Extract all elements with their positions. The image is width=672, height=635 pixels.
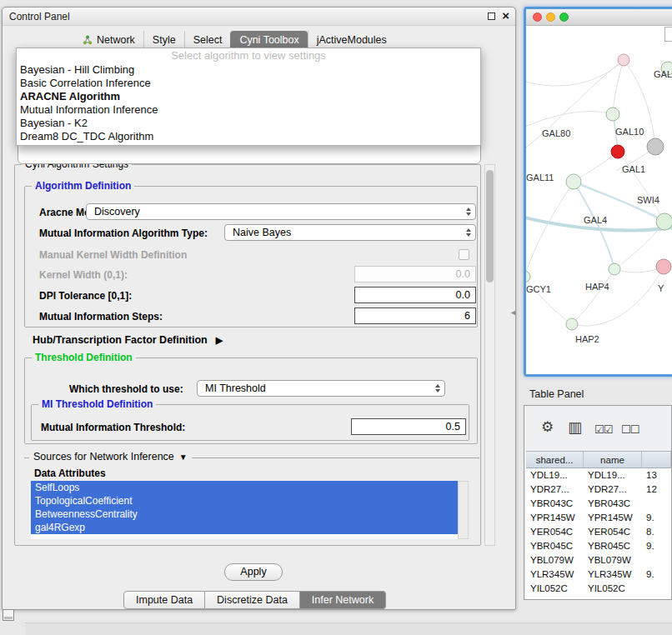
aracne-mode-select[interactable]: Discovery xyxy=(86,203,476,220)
table-cell: YDL19... xyxy=(526,468,584,482)
docked-panel-icon-bar xyxy=(4,617,13,619)
graph-node-label: SWI4 xyxy=(637,195,659,205)
column-header-3[interactable] xyxy=(642,452,671,468)
algorithm-option[interactable]: Bayesian - K2 xyxy=(17,117,480,130)
graph-edge[interactable] xyxy=(618,152,664,222)
graph-edge[interactable] xyxy=(572,269,614,324)
network-view-content: GAL8GAL80GAL10GAL11GAL1SWI4GAL4GCY1HAP4Y… xyxy=(526,27,672,374)
attribute-item[interactable]: TopologicalCoefficient xyxy=(31,494,458,508)
attribute-item[interactable]: SelfLoops xyxy=(31,481,458,494)
table-cell: YDR27... xyxy=(526,482,584,497)
network-canvas[interactable]: GAL8GAL80GAL10GAL11GAL1SWI4GAL4GCY1HAP4Y… xyxy=(526,27,672,377)
docked-panel-icon[interactable] xyxy=(3,609,14,621)
column-visibility-icon[interactable]: ▥ xyxy=(568,419,582,436)
mi-type-select[interactable]: Naive Bayes xyxy=(224,224,476,241)
window-title: Control Panel xyxy=(9,11,70,22)
mi-steps-field[interactable]: 6 xyxy=(354,308,476,324)
zoom-button[interactable] xyxy=(559,12,569,22)
graph-node[interactable] xyxy=(609,263,620,275)
mi-type-value: Naive Bayes xyxy=(233,227,291,238)
algorithm-option[interactable]: Basic Correlation Inference xyxy=(17,77,480,90)
graph-edge[interactable] xyxy=(572,267,664,326)
graph-node-label: GAL10 xyxy=(615,127,644,137)
table-row[interactable]: YBL079WYBL079W xyxy=(526,553,671,568)
kernel-width-field[interactable]: 0.0 xyxy=(354,266,476,282)
table-row[interactable]: YBR045CYBR045C9. xyxy=(526,539,671,553)
graph-node[interactable] xyxy=(611,145,624,158)
algorithm-option[interactable]: Mutual Information Inference xyxy=(17,103,480,117)
table-row[interactable]: YDR27...YDR27...12 xyxy=(526,482,671,497)
aracne-mode-value: Discovery xyxy=(94,206,140,218)
settings-gear-icon[interactable]: ⚙ xyxy=(541,419,554,436)
table-cell: YER054C xyxy=(584,525,642,539)
apply-button[interactable]: Apply xyxy=(224,563,283,581)
graph-node[interactable] xyxy=(647,138,664,155)
table-row[interactable]: YIL052CYIL052C xyxy=(526,582,671,596)
tab-select[interactable]: Select xyxy=(184,31,231,49)
graph-node[interactable] xyxy=(606,108,619,121)
table-row[interactable]: YER054CYER054C8. xyxy=(526,525,671,539)
tab-cyni-toolbox[interactable]: Cyni Toolbox xyxy=(230,31,307,49)
table-row[interactable]: YPR145WYPR145W9. xyxy=(526,511,671,525)
network-scrollbar[interactable] xyxy=(664,27,672,42)
bottom-tab-discretize-data[interactable]: Discretize Data xyxy=(205,591,300,609)
tab-label: Network xyxy=(97,31,135,49)
table-header: shared...name xyxy=(526,451,671,468)
settings-scrollbar[interactable] xyxy=(484,164,495,546)
graph-node[interactable] xyxy=(526,271,530,282)
mi-type-label: Mutual Information Algorithm Type: xyxy=(39,227,208,240)
table-row[interactable]: YDL19...YDL19...13 xyxy=(526,468,671,482)
graph-node[interactable] xyxy=(566,318,578,330)
minimize-button[interactable] xyxy=(546,12,555,22)
mi-steps-label: Mutual Information Steps: xyxy=(39,310,163,323)
close-button[interactable] xyxy=(533,12,542,22)
splitter-handle[interactable]: ◄ xyxy=(509,308,517,317)
graph-node-label: GAL80 xyxy=(542,128,570,138)
table-cell: 9. xyxy=(642,568,671,582)
table-row[interactable]: YLR345WYLR345W9. xyxy=(526,568,671,582)
algorithm-option[interactable]: Dream8 DC_TDC Algorithm xyxy=(17,130,480,143)
combo-arrows-icon xyxy=(466,208,471,216)
graph-node[interactable] xyxy=(566,174,581,189)
hub-definition-expander[interactable]: Hub/Transcription Factor Definition▶ xyxy=(33,334,223,346)
column-header-1[interactable]: shared... xyxy=(526,452,584,468)
graph-node-label: GAL11 xyxy=(526,172,554,182)
attribute-item[interactable]: gal4RGexp xyxy=(31,521,458,534)
algorithm-option[interactable]: ARACNE Algorithm xyxy=(17,90,480,103)
graph-edge[interactable] xyxy=(574,152,618,182)
bottom-tab-impute-data[interactable]: Impute Data xyxy=(123,591,205,609)
graph-node[interactable] xyxy=(656,259,671,274)
mi-threshold-field[interactable]: 0.5 xyxy=(351,418,466,435)
tab-network[interactable]: Network xyxy=(74,31,143,49)
algorithm-option[interactable]: Bayesian - Hill Climbing xyxy=(17,63,480,77)
table-cell xyxy=(642,497,671,511)
graph-edge[interactable] xyxy=(526,55,628,86)
close-icon[interactable]: × xyxy=(502,8,509,22)
tab-style[interactable]: Style xyxy=(143,31,184,49)
manual-kernel-checkbox[interactable] xyxy=(459,249,469,260)
attribute-item[interactable]: BetweennessCentrality xyxy=(31,508,458,521)
table-row[interactable]: YBR043CYBR043C xyxy=(526,497,671,511)
column-header-2[interactable]: name xyxy=(584,452,642,468)
dpi-tolerance-field[interactable]: 0.0 xyxy=(354,287,476,303)
which-threshold-select[interactable]: MI Threshold xyxy=(197,380,445,397)
graph-node[interactable] xyxy=(618,54,629,66)
network-icon xyxy=(83,35,93,45)
graph-edge[interactable] xyxy=(526,60,624,152)
tab-jactivemodules[interactable]: jActiveModules xyxy=(308,31,395,49)
algorithm-definition-title: Algorithm Definition xyxy=(32,180,134,192)
graph-node[interactable] xyxy=(656,213,672,230)
graph-edge[interactable] xyxy=(526,182,574,277)
scrollbar-thumb[interactable] xyxy=(486,170,494,282)
control-panel-window: Control Panel × NetworkStyleSelectCyni T… xyxy=(2,7,516,610)
attributes-list-scrollbar[interactable] xyxy=(458,481,469,539)
bottom-tab-infer-network[interactable]: Infer Network xyxy=(300,591,386,609)
float-window-icon[interactable] xyxy=(488,12,495,20)
sources-expander[interactable]: Sources for Network Inference▼ xyxy=(29,451,192,462)
graph-edge[interactable] xyxy=(526,112,613,128)
select-all-rows-icon[interactable]: ☑☑ xyxy=(594,422,612,438)
table-cell: YIL052C xyxy=(526,582,584,596)
node-table: shared...name YDL19...YDL19...13YDR27...… xyxy=(526,451,671,599)
deselect-all-rows-icon[interactable]: ☐☐ xyxy=(621,422,639,438)
table-cell: YLR345W xyxy=(526,568,584,582)
